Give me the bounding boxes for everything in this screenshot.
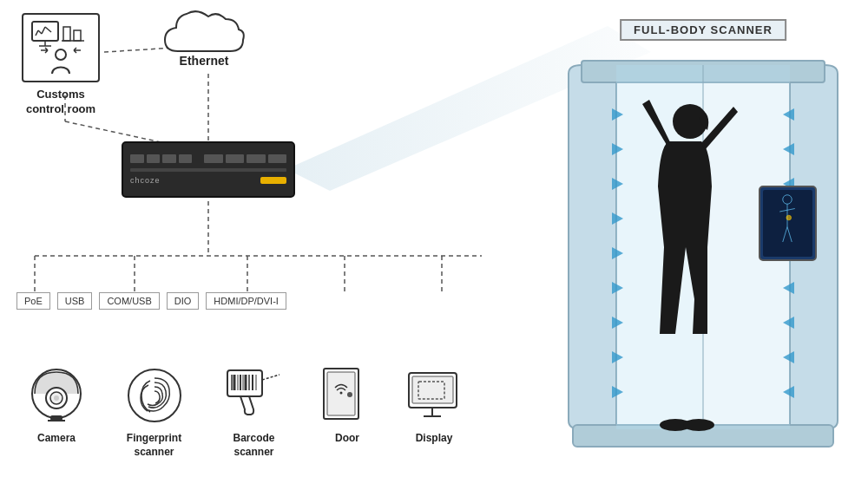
port-4 [179, 154, 193, 163]
door-icon [316, 364, 378, 427]
svg-point-83 [786, 215, 792, 220]
svg-line-18 [45, 27, 51, 32]
customs-control-room: Customs control room [22, 13, 100, 117]
display-icon [403, 364, 465, 427]
svg-point-29 [128, 369, 181, 421]
port-usb: USB [57, 292, 93, 310]
port-com-usb: COM/USB [99, 292, 159, 310]
device-fingerprint: Fingerprint scanner [104, 364, 204, 459]
customs-label: Customs control room [22, 88, 100, 117]
svg-rect-12 [32, 22, 58, 41]
port-1 [130, 154, 144, 163]
device-barcode: Barcode scanner [204, 364, 304, 459]
server-ports-top [130, 154, 286, 163]
port-dio: DIO [167, 292, 200, 310]
ethernet-box: Ethernet [161, 4, 247, 68]
svg-point-26 [54, 395, 59, 401]
svg-rect-77 [763, 190, 812, 257]
server-box: chcoze [122, 141, 295, 198]
port-poe: PoE [16, 292, 50, 310]
cloud-icon [161, 4, 247, 61]
fingerprint-label: Fingerprint scanner [127, 432, 181, 459]
svg-point-43 [347, 392, 352, 397]
server-image: chcoze [122, 141, 295, 198]
port-6 [226, 154, 244, 163]
svg-point-75 [683, 419, 714, 431]
fingerprint-icon [123, 364, 186, 427]
customs-icon [22, 13, 100, 82]
device-door: Door [304, 364, 391, 446]
scanner-title: FULL-BODY SCANNER [620, 19, 786, 41]
svg-line-40 [262, 375, 279, 380]
port-7 [247, 154, 265, 163]
port-5 [204, 154, 222, 163]
devices-row: Camera Finger [0, 364, 477, 459]
display-label: Display [416, 432, 453, 446]
port-2 [147, 154, 161, 163]
svg-line-4 [65, 121, 165, 143]
port-hdmi: HDMI/DP/DVI-I [206, 292, 286, 310]
svg-rect-20 [74, 30, 81, 41]
diagram-area: Customs control room Ethernet [0, 0, 538, 477]
svg-point-22 [56, 49, 66, 60]
server-led [260, 177, 286, 184]
device-camera: Camera [9, 364, 104, 446]
barcode-icon [223, 364, 286, 427]
scanner-section: FULL-BODY SCANNER [538, 0, 868, 477]
port-8 [268, 154, 286, 163]
server-brand: chcoze [130, 176, 161, 185]
svg-line-17 [42, 27, 45, 34]
port-3 [162, 154, 176, 163]
device-display: Display [391, 364, 477, 446]
svg-line-15 [36, 30, 38, 36]
door-label: Door [335, 432, 359, 446]
camera-icon [25, 364, 88, 427]
scanner-booth [564, 48, 833, 455]
svg-point-44 [339, 392, 342, 395]
server-label-area: chcoze [130, 176, 286, 185]
main-container: Customs control room Ethernet [0, 0, 868, 477]
ports-row: PoE USB COM/USB DIO HDMI/DP/DVI-I [4, 292, 290, 310]
barcode-label: Barcode scanner [233, 432, 274, 459]
svg-line-16 [38, 30, 42, 34]
camera-label: Camera [37, 432, 76, 446]
svg-rect-19 [63, 27, 70, 41]
